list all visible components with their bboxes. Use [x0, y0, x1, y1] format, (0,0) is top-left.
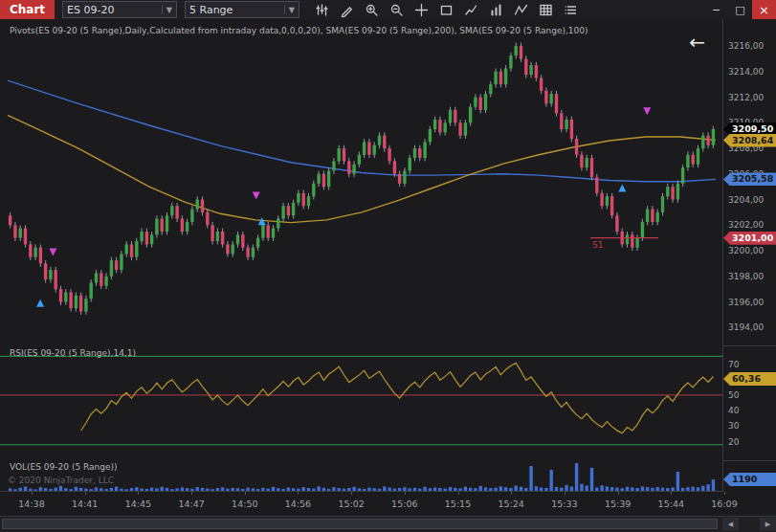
scroll-right-button[interactable]: ▶ — [760, 518, 776, 531]
time-tick-mark — [298, 492, 299, 495]
instrument-selector-value: ES 09-20 — [67, 4, 158, 16]
chart-bars-icon — [315, 3, 329, 17]
time-tick-label: 14:50 — [232, 499, 257, 509]
axis-tick-label: 3200,00 — [728, 246, 764, 255]
time-tick-mark — [351, 492, 352, 495]
time-tick-label: 15:02 — [338, 499, 364, 509]
scroll-left-button[interactable]: ◀ — [722, 518, 739, 531]
minimize-button[interactable]: ─ — [704, 0, 728, 19]
time-tick-label: 15:15 — [445, 499, 471, 509]
chart-tab[interactable]: Chart — [0, 0, 55, 19]
svg-text:S1: S1 — [592, 240, 603, 250]
time-tick-mark — [32, 492, 33, 495]
titlebar: Chart ES 09-20 ▼ 5 Range ▼ ─ □ × — [0, 0, 776, 20]
time-tick-label: 15:44 — [658, 499, 684, 509]
interval-selector-value: 5 Range — [189, 4, 280, 16]
time-tick-label: 14:47 — [178, 499, 204, 509]
trend-line-icon — [464, 3, 478, 17]
interval-selector[interactable]: 5 Range ▼ — [185, 1, 299, 18]
histogram-icon — [489, 3, 503, 17]
instrument-selector[interactable]: ES 09-20 ▼ — [62, 1, 177, 18]
time-axis[interactable]: 14:3814:4114:4514:4714:5014:5615:0215:06… — [0, 492, 776, 517]
ninjatrader-watermark: © 2020 NinjaTrader, LLC — [8, 476, 114, 485]
chart-toolbar — [309, 0, 583, 19]
sma100-badge: 3208,64 — [723, 134, 776, 147]
zoom-out-button[interactable] — [384, 0, 409, 19]
zigzag-button[interactable] — [508, 0, 533, 19]
axis-tick-label: 3196,00 — [728, 298, 764, 307]
price-axis-column[interactable]: 3216,003214,003212,003210,003208,003206,… — [722, 19, 776, 492]
axis-separator — [723, 460, 776, 461]
time-tick-mark — [245, 492, 246, 495]
scroll-back-arrow-icon[interactable]: ← — [689, 33, 705, 52]
time-tick-mark — [511, 492, 512, 495]
grid-icon — [539, 3, 553, 17]
volume-value-badge: 1190 — [723, 473, 776, 486]
trend-line-button[interactable] — [458, 0, 483, 19]
time-tick-mark — [138, 492, 139, 495]
zoom-in-button[interactable] — [359, 0, 384, 19]
right-arrow-icon: ▶ — [765, 521, 770, 528]
zoom-in-icon — [365, 3, 379, 17]
axis-separator — [723, 345, 776, 346]
scrollbar-thumb[interactable] — [2, 519, 718, 529]
rsi-indicator-label: RSI(ES 09-20 (5 Range),14,1) — [10, 348, 136, 358]
time-tick-label: 15:39 — [605, 499, 631, 509]
time-tick-mark — [671, 492, 672, 495]
crosshair-button[interactable] — [409, 0, 433, 19]
time-tick-label: 14:41 — [72, 499, 98, 509]
rsi-panel[interactable]: RSI(ES 09-20 (5 Range),14,1) — [0, 345, 722, 461]
chart-bars-button[interactable] — [309, 0, 334, 19]
time-tick-label: 14:45 — [125, 499, 151, 509]
time-tick-label: 15:24 — [498, 499, 523, 509]
axis-tick-label: 20 — [728, 437, 739, 447]
time-tick-mark — [724, 492, 725, 495]
left-arrow-icon: ◀ — [728, 521, 733, 528]
axis-tick-label: 3198,00 — [728, 272, 764, 281]
axis-tick-label: 3194,00 — [728, 322, 764, 332]
s1-pivot-badge: 3201,00 — [723, 232, 776, 245]
list-icon — [564, 3, 578, 17]
axis-tick-label: 3202,00 — [728, 220, 764, 230]
chart-window: Chart ES 09-20 ▼ 5 Range ▼ ─ □ × — [0, 0, 776, 532]
zoom-out-icon — [389, 3, 404, 17]
axis-tick-label: 40 — [728, 406, 739, 415]
volume-panel[interactable]: VOL(ES 09-20 (5 Range)) © 2020 NinjaTrad… — [0, 460, 722, 492]
time-tick-mark — [85, 492, 86, 495]
region-button[interactable] — [433, 0, 458, 19]
histogram-button[interactable] — [483, 0, 508, 19]
rsi-value-badge: 60,36 — [723, 372, 776, 386]
axis-tick-label: 3216,00 — [728, 41, 764, 51]
time-tick-mark — [405, 492, 406, 495]
time-tick-label: 15:33 — [551, 499, 577, 509]
axis-tick-label: 3212,00 — [728, 93, 764, 102]
sma200-badge: 3205,58 — [723, 172, 776, 186]
close-button[interactable]: × — [752, 0, 776, 19]
time-tick-label: 14:38 — [18, 499, 44, 509]
price-panel[interactable]: S1 Pivots(ES 09-20 (5 Range),Daily,Calcu… — [0, 19, 722, 346]
time-tick-mark — [458, 492, 459, 495]
region-icon — [439, 3, 454, 17]
crosshair-icon — [414, 3, 429, 17]
axis-tick-label: 70 — [728, 360, 739, 369]
horizontal-scrollbar[interactable]: ◀ ▶ — [0, 517, 776, 532]
axis-tick-label: 3204,00 — [728, 195, 764, 205]
maximize-button[interactable]: □ — [728, 0, 752, 19]
rsi-chart-canvas[interactable] — [0, 345, 722, 460]
pencil-icon — [340, 3, 354, 17]
volume-indicator-label: VOL(ES 09-20 (5 Range)) — [10, 462, 118, 472]
price-indicator-label: Pivots(ES 09-20 (5 Range),Daily,Calculat… — [10, 26, 588, 35]
list-button[interactable] — [558, 0, 583, 19]
axis-tick-label: 50 — [728, 390, 739, 400]
pencil-button[interactable] — [334, 0, 359, 19]
chevron-down-icon: ▼ — [162, 6, 172, 14]
chevron-down-icon: ▼ — [284, 6, 295, 14]
axis-tick-label: 3214,00 — [728, 67, 764, 77]
time-tick-mark — [191, 492, 192, 495]
window-controls: ─ □ × — [704, 0, 776, 19]
time-tick-label: 14:56 — [285, 499, 311, 509]
time-tick-label: 15:06 — [391, 499, 417, 509]
grid-button[interactable] — [533, 0, 558, 19]
zigzag-icon — [514, 3, 528, 17]
price-chart-canvas[interactable]: S1 — [0, 19, 722, 345]
